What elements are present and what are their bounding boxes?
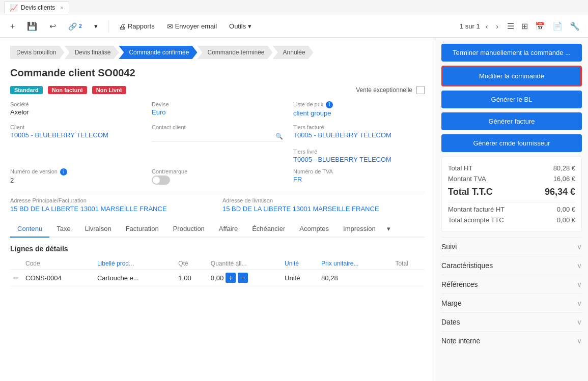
- section-dates-header[interactable]: Dates ∨: [441, 318, 582, 326]
- montant-facture-value: 0,00 €: [557, 206, 575, 213]
- montant-tva-label: Montant TVA: [448, 175, 486, 183]
- badge-icon: 🔗: [68, 22, 77, 31]
- societe-value[interactable]: Axelor: [10, 108, 142, 116]
- pagination-text: 1 sur 1: [460, 22, 480, 30]
- tab-livraison[interactable]: Livraison: [78, 221, 119, 238]
- devise-value[interactable]: Euro: [152, 108, 283, 116]
- tab-production[interactable]: Production: [166, 221, 212, 238]
- tags-row: Standard Non facturé Non Livré Vente exc…: [10, 86, 425, 94]
- calendar-view-icon[interactable]: 📅: [533, 20, 547, 32]
- generer-cmde-button[interactable]: Générer cmde fournisseur: [441, 134, 582, 152]
- contact-field: Contact client 🔍: [152, 124, 283, 141]
- grid-view-icon[interactable]: ⊞: [519, 20, 530, 32]
- tag-non-livre[interactable]: Non Livré: [92, 86, 126, 94]
- email-button[interactable]: ✉ Envoyer email: [163, 20, 221, 33]
- row-edit-icon[interactable]: ✏: [10, 270, 22, 286]
- step-annulee[interactable]: Annulée: [273, 46, 314, 59]
- tiers-facture-value[interactable]: T0005 - BLUEBERRY TELECOM: [293, 131, 425, 139]
- tab-affaire[interactable]: Affaire: [212, 221, 245, 238]
- generer-bl-button[interactable]: Générer le BL: [441, 91, 582, 108]
- col-qte: Qté: [175, 258, 208, 270]
- adresse-livraison-value[interactable]: 15 BD DE LA LIBERTE 13001 MARSEILLE FRAN…: [222, 205, 425, 213]
- col-unite[interactable]: Unité: [282, 258, 318, 270]
- step-commande-terminee[interactable]: Commande terminée: [197, 46, 272, 59]
- step-label: Commande terminée: [207, 49, 264, 56]
- contact-label: Contact client: [152, 124, 283, 130]
- contact-input[interactable]: [152, 131, 275, 141]
- note-interne-chevron-icon: ∨: [577, 337, 582, 345]
- totals-section: Total HT 80,28 € Montant TVA 16,06 € Tot…: [441, 156, 582, 232]
- tab-acomptes[interactable]: Acomptes: [292, 221, 336, 238]
- tools-button[interactable]: Outils ▾: [225, 20, 256, 32]
- step-commande-confirmee[interactable]: Commande confirmée: [119, 46, 197, 59]
- total-ttc-label: Total T.T.C: [448, 187, 493, 197]
- tab-more-button[interactable]: ▾: [383, 221, 395, 237]
- pagination: 1 sur 1 ‹ ›: [460, 21, 501, 32]
- tab-contenu[interactable]: Contenu: [10, 221, 49, 238]
- references-chevron-icon: ∨: [577, 280, 582, 288]
- tab-impression[interactable]: Impression: [336, 221, 383, 238]
- row-qte: 1,00: [175, 270, 208, 286]
- marge-chevron-icon: ∨: [577, 299, 582, 307]
- save-icon: 💾: [27, 21, 37, 31]
- row-qte-allouee: 0,00 + −: [208, 270, 282, 286]
- print-button[interactable]: 🖨 Rapports: [115, 20, 159, 33]
- next-page-button[interactable]: ›: [493, 21, 501, 32]
- undo-button[interactable]: ↩: [45, 19, 60, 33]
- save-button[interactable]: 💾: [23, 19, 41, 33]
- row-code[interactable]: CONS-0004: [22, 270, 94, 286]
- add-button[interactable]: +: [6, 20, 19, 33]
- print-label: Rapports: [128, 22, 155, 30]
- tab-facturation[interactable]: Facturation: [119, 221, 166, 238]
- qty-minus-button[interactable]: −: [238, 273, 248, 283]
- modifier-commande-button[interactable]: Modifier la commande: [441, 66, 582, 86]
- dropdown-button[interactable]: ▾: [90, 20, 102, 32]
- tag-non-facture[interactable]: Non facturé: [48, 86, 87, 94]
- main-tab[interactable]: 📈 Devis clients ×: [4, 2, 69, 14]
- step-devis-brouillon[interactable]: Devis brouillon: [10, 46, 65, 59]
- total-ht-row: Total HT 80,28 €: [448, 163, 575, 173]
- main-layout: Devis brouillon Devis finalisé Commande …: [0, 38, 588, 381]
- tiers-livre-value[interactable]: T0005 - BLUEBERRY TELECOM: [293, 156, 425, 163]
- terminer-commande-button[interactable]: Terminer manuellement la commande ...: [441, 44, 582, 62]
- contact-search-icon[interactable]: 🔍: [275, 133, 283, 140]
- qty-controls: 0,00 + −: [211, 273, 278, 283]
- wrench-icon[interactable]: 🔧: [568, 20, 582, 32]
- section-references-header[interactable]: Références ∨: [441, 280, 582, 288]
- num-version-info-icon[interactable]: i: [60, 168, 67, 175]
- liste-prix-value[interactable]: client groupe: [293, 109, 425, 117]
- qty-plus-button[interactable]: +: [226, 273, 236, 283]
- section-caracteristiques: Caractéristiques ∨: [441, 256, 582, 275]
- adresse-livraison-label: Adresse de livraison: [222, 197, 425, 203]
- section-note-interne: Note interne ∨: [441, 331, 582, 350]
- section-suivi-header[interactable]: Suivi ∨: [441, 243, 582, 251]
- tag-standard[interactable]: Standard: [10, 86, 43, 94]
- num-tva-value[interactable]: FR: [293, 175, 425, 183]
- step-devis-finalise[interactable]: Devis finalisé: [65, 46, 119, 59]
- list-view-icon[interactable]: ☰: [505, 20, 516, 32]
- col-prix[interactable]: Prix unitaire...: [318, 258, 392, 270]
- tab-echeancier[interactable]: Échéancier: [245, 221, 292, 238]
- tab-taxe[interactable]: Taxe: [49, 221, 77, 238]
- print-icon: 🖨: [119, 22, 126, 31]
- section-marge-header[interactable]: Marge ∨: [441, 299, 582, 307]
- col-libelle[interactable]: Libellé prod...: [94, 258, 175, 270]
- section-note-interne-header[interactable]: Note interne ∨: [441, 337, 582, 345]
- client-label: Client: [10, 124, 142, 130]
- section-caracteristiques-header[interactable]: Caractéristiques ∨: [441, 261, 582, 270]
- document-view-icon[interactable]: 📄: [550, 20, 565, 32]
- tab-close-btn[interactable]: ×: [60, 5, 63, 11]
- liste-prix-info-icon[interactable]: i: [326, 101, 333, 108]
- generer-facture-button[interactable]: Générer facture: [441, 112, 582, 130]
- badge-button[interactable]: 🔗 2: [64, 20, 86, 33]
- table-row: ✏ CONS-0004 Cartouche e... 1,00 0,00 + −…: [10, 270, 425, 286]
- adresse-principale-value[interactable]: 15 BD DE LA LIBERTE 13001 MARSEILLE FRAN…: [10, 205, 212, 213]
- client-value[interactable]: T0005 - BLUEBERRY TELECOM: [10, 131, 142, 139]
- email-label: Envoyer email: [175, 22, 217, 30]
- prev-page-button[interactable]: ‹: [483, 21, 491, 32]
- contremarque-toggle[interactable]: [152, 175, 170, 185]
- adresse-principale-label: Adresse Principale/Facturation: [10, 197, 212, 203]
- vente-exceptionnelle-checkbox[interactable]: [416, 86, 425, 94]
- qty-value: 0,00: [211, 274, 223, 282]
- tiers-facture-field: Tiers facturé T0005 - BLUEBERRY TELECOM: [293, 124, 425, 141]
